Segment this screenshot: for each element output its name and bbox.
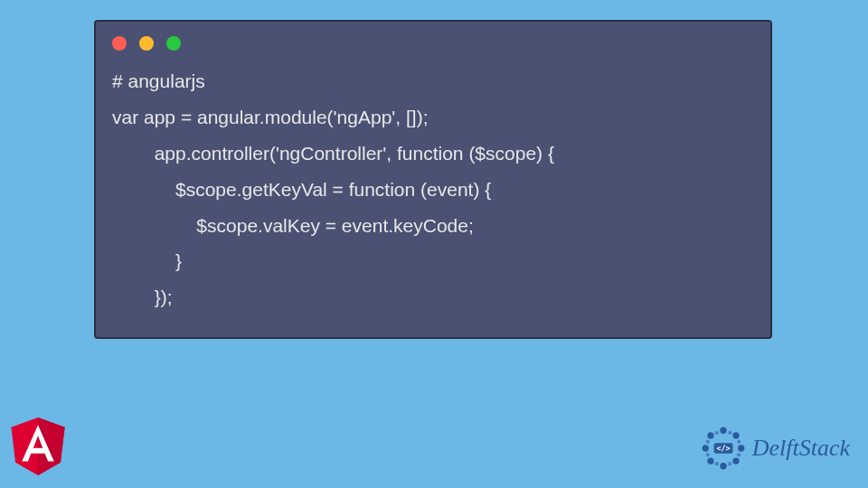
svg-point-3 bbox=[732, 432, 739, 438]
delftstack-logo: </> DelftStack bbox=[700, 425, 850, 472]
svg-point-16 bbox=[705, 440, 709, 444]
delftstack-text: DelftStack bbox=[752, 435, 850, 462]
svg-text:</>: </> bbox=[716, 444, 730, 453]
svg-point-11 bbox=[737, 440, 741, 444]
svg-point-13 bbox=[728, 462, 731, 465]
svg-point-6 bbox=[720, 463, 726, 469]
svg-point-4 bbox=[738, 445, 744, 451]
svg-point-2 bbox=[720, 427, 726, 434]
code-line-6: } bbox=[112, 250, 182, 271]
code-line-5: $scope.valKey = event.keyCode; bbox=[112, 215, 474, 236]
svg-point-10 bbox=[728, 431, 731, 435]
code-content: # angularjs var app = angular.module('ng… bbox=[96, 60, 770, 323]
window-controls bbox=[96, 22, 770, 60]
delftstack-emblem-icon: </> bbox=[700, 425, 747, 472]
close-icon bbox=[112, 36, 127, 51]
svg-point-17 bbox=[714, 431, 718, 435]
svg-point-12 bbox=[737, 453, 741, 456]
maximize-icon bbox=[166, 36, 181, 51]
svg-point-14 bbox=[714, 462, 718, 465]
code-window: # angularjs var app = angular.module('ng… bbox=[94, 20, 772, 339]
svg-point-15 bbox=[705, 453, 709, 456]
code-line-2: var app = angular.module('ngApp', []); bbox=[112, 107, 428, 127]
code-line-1: # angularjs bbox=[112, 70, 205, 91]
code-line-7: }); bbox=[112, 286, 173, 307]
code-line-4: $scope.getKeyVal = function (event) { bbox=[112, 179, 491, 200]
svg-marker-1 bbox=[38, 418, 65, 475]
code-line-3: app.controller('ngController', function … bbox=[112, 143, 554, 164]
svg-point-8 bbox=[702, 445, 708, 451]
svg-point-5 bbox=[732, 457, 739, 464]
svg-point-7 bbox=[707, 457, 713, 464]
svg-point-9 bbox=[707, 432, 713, 438]
minimize-icon bbox=[139, 36, 154, 51]
angular-logo-icon bbox=[11, 418, 65, 475]
